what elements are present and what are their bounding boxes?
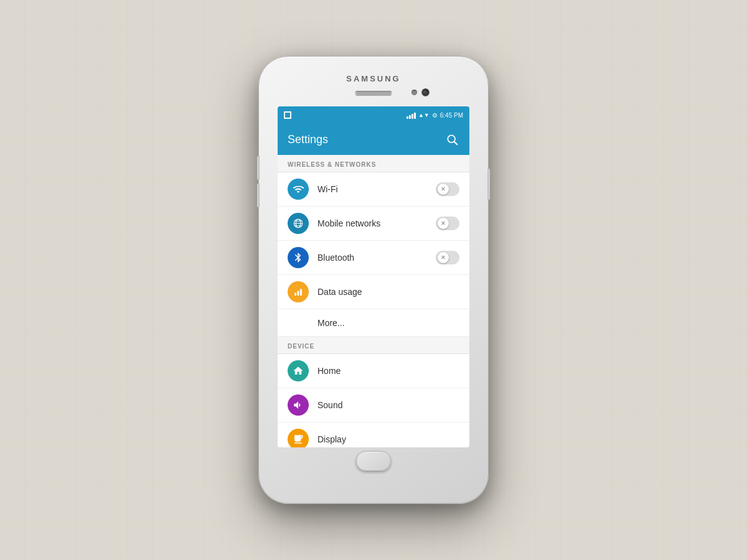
home-icon [288,360,309,381]
sound-icon [288,394,309,416]
svg-rect-8 [298,291,299,296]
settings-item-data-usage[interactable]: Data usage [278,275,469,309]
data-icon: ▲▼ [418,112,430,118]
bluetooth-label: Bluetooth [317,253,436,263]
status-bar: ▲▼ ⚙ 6:45 PM [278,106,469,124]
front-sensors [411,89,429,96]
display-label: Display [317,434,459,444]
sound-label: Sound [317,400,459,410]
bluetooth-toggle[interactable]: ✕ [436,251,459,264]
search-button[interactable] [444,132,459,147]
wifi-toggle-knob: ✕ [438,184,449,195]
status-left [284,111,291,119]
svg-rect-9 [300,289,302,296]
wifi-icon [288,179,309,200]
app-bar: Settings [278,124,469,155]
bluetooth-icon [288,247,309,268]
signal-icon [406,111,416,119]
wifi-label: Wi-Fi [317,184,436,194]
power-button[interactable] [487,169,490,200]
app-bar-title: Settings [288,133,328,146]
settings-item-sound[interactable]: Sound [278,388,469,422]
svg-line-1 [454,142,458,145]
home-label: Home [317,366,459,376]
mobile-networks-icon [288,213,309,234]
volume-down-button[interactable] [257,184,260,207]
display-icon [288,429,309,447]
front-camera [422,89,429,96]
data-usage-icon [288,281,309,302]
mobile-networks-label: Mobile networks [317,218,436,228]
physical-home-button[interactable] [356,451,391,471]
svg-rect-7 [294,293,296,296]
status-time: 6:45 PM [440,112,463,119]
data-usage-label: Data usage [317,287,459,297]
sync-icon: ⚙ [432,112,438,119]
mobile-networks-toggle[interactable]: ✕ [436,217,459,230]
status-square-icon [284,111,291,119]
section-header-device: DEVICE [278,337,469,354]
volume-up-button[interactable] [257,156,260,180]
volume-buttons [257,156,260,207]
settings-item-wifi[interactable]: Wi-Fi ✕ [278,172,469,207]
settings-item-display[interactable]: Display [278,422,469,447]
phone-shell: SAMSUNG ▲▼ ⚙ 6:45 PM [258,56,489,504]
settings-content: WIRELESS & NETWORKS Wi-Fi ✕ [278,155,469,447]
settings-item-home[interactable]: Home [278,354,469,388]
brand-logo: SAMSUNG [346,74,400,83]
phone-screen: ▲▼ ⚙ 6:45 PM Settings WIRELESS & NETWORK… [278,106,469,447]
bluetooth-toggle-knob: ✕ [438,252,449,263]
wifi-toggle[interactable]: ✕ [436,182,459,196]
speaker-grille [355,91,392,96]
status-right: ▲▼ ⚙ 6:45 PM [406,111,463,119]
section-header-wireless: WIRELESS & NETWORKS [278,155,469,172]
more-item[interactable]: More... [278,309,469,337]
mobile-networks-toggle-knob: ✕ [438,218,449,229]
sensor-dot [411,90,417,95]
settings-item-mobile-networks[interactable]: Mobile networks ✕ [278,207,469,241]
settings-item-bluetooth[interactable]: Bluetooth ✕ [278,241,469,275]
